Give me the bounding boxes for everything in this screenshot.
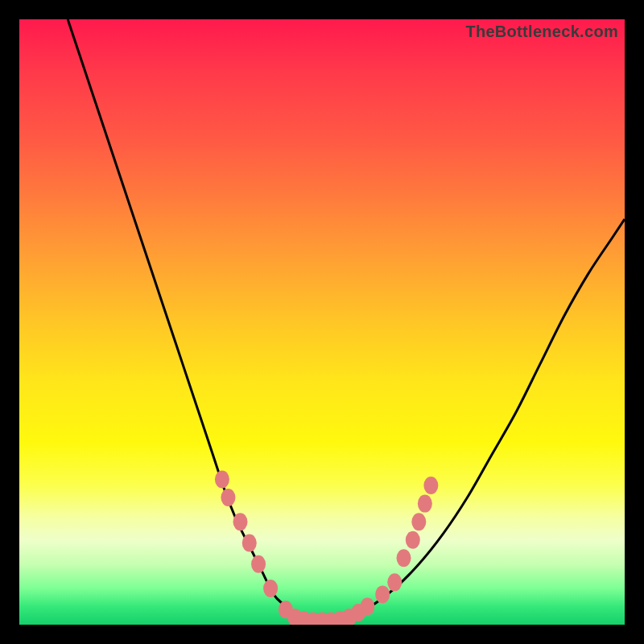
highlight-dot bbox=[411, 513, 426, 530]
highlight-dot bbox=[233, 513, 247, 530]
highlight-dot bbox=[375, 585, 390, 603]
plot-area: TheBottleneck.com bbox=[19, 19, 625, 625]
highlight-dot bbox=[397, 549, 411, 567]
highlight-dot bbox=[242, 534, 257, 551]
highlight-dot bbox=[215, 471, 229, 489]
highlight-dot bbox=[406, 531, 420, 549]
curve-overlay bbox=[19, 19, 625, 625]
highlight-dot bbox=[263, 580, 278, 597]
highlight-dot bbox=[387, 573, 402, 591]
highlight-dot bbox=[423, 477, 438, 494]
bottleneck-curve bbox=[68, 19, 625, 622]
highlight-dot bbox=[418, 495, 432, 513]
highlight-dot bbox=[251, 555, 266, 573]
chart-container: TheBottleneck.com bbox=[0, 0, 644, 644]
highlight-dot bbox=[360, 597, 374, 615]
highlight-dot bbox=[221, 489, 235, 506]
